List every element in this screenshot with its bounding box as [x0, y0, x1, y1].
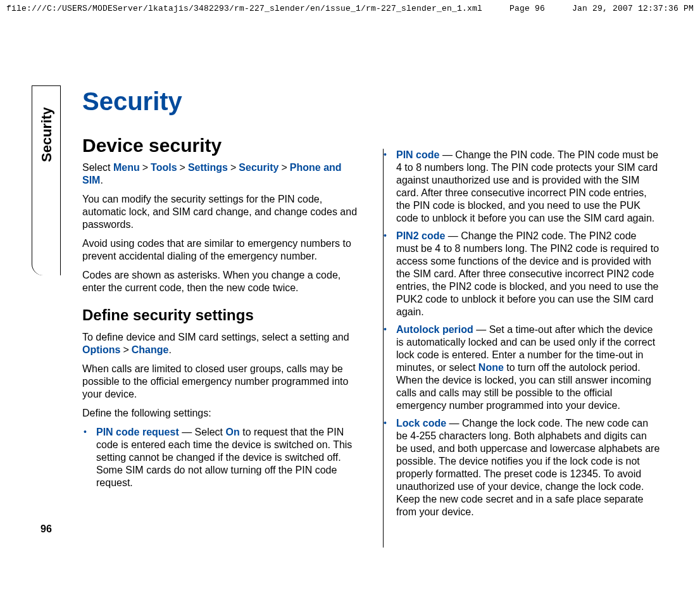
nav-settings: Settings	[188, 162, 228, 173]
list-item: • Autolock period — Set a time-out after…	[382, 323, 661, 412]
page-number: 96	[32, 523, 61, 535]
nav-security: Security	[239, 162, 278, 173]
body-text: When calls are limited to closed user gr…	[82, 363, 361, 401]
nav-menu: Menu	[113, 162, 140, 173]
body-columns: Security Device security Select Menu>Too…	[82, 85, 665, 548]
text-fragment: — Select	[179, 427, 226, 437]
column-divider	[383, 149, 384, 548]
bullet-icon: •	[384, 149, 387, 161]
term-lock-code: Lock code	[396, 418, 446, 429]
text-fragment: — Change the PIN2 code. The PIN2 code mu…	[396, 230, 659, 317]
text-fragment: To define device and SIM card settings, …	[82, 332, 349, 342]
list-item: • Lock code — Change the lock code. The …	[382, 417, 661, 518]
nav-path: Select Menu>Tools>Settings>Security>Phon…	[82, 161, 361, 187]
bullet-icon: •	[384, 324, 387, 335]
bullet-icon: •	[384, 418, 387, 429]
list-item: • PIN code — Change the PIN code. The PI…	[382, 149, 661, 225]
list-item: • PIN2 code — Change the PIN2 code. The …	[382, 230, 661, 318]
body-text: Codes are shown as asterisks. When you c…	[82, 269, 361, 294]
term-pin-code: PIN code	[396, 149, 439, 160]
list-item: • PIN code request — Select On to reques…	[82, 426, 361, 489]
column-right: • PIN code — Change the PIN code. The PI…	[382, 85, 661, 548]
page-content: Security 96 Security Device security Sel…	[32, 85, 665, 548]
body-text: To define device and SIM card settings, …	[82, 331, 361, 356]
arrow-icon: >	[228, 162, 239, 173]
nav-options: Options	[82, 344, 120, 355]
arrow-icon: >	[140, 162, 151, 173]
bullet-icon: •	[84, 427, 87, 438]
settings-list: • PIN code request — Select On to reques…	[82, 426, 361, 489]
body-text: Define the following settings:	[82, 407, 361, 420]
arrow-icon: >	[177, 162, 188, 173]
text-fragment: — Change the lock code. The new code can…	[396, 418, 659, 517]
page-title: Security	[82, 85, 361, 117]
page-indicator: Page 96	[509, 4, 545, 13]
term-autolock-period: Autolock period	[396, 324, 476, 335]
text-fragment: — Change the PIN code. The PIN code must…	[396, 149, 658, 223]
term-on: On	[226, 427, 240, 437]
page-header: file:///C:/USERS/MODEServer/lkatajis/348…	[0, 0, 700, 16]
column-left: Security Device security Select Menu>Too…	[82, 85, 361, 548]
term-none: None	[478, 362, 504, 373]
bullet-icon: •	[384, 230, 387, 242]
timestamp: Jan 29, 2007 12:37:36 PM	[572, 4, 694, 13]
side-tab: Security	[32, 85, 61, 275]
text-fragment: .	[168, 344, 171, 355]
side-tab-label: Security	[39, 107, 55, 162]
nav-tools: Tools	[151, 162, 177, 173]
file-path: file:///C:/USERS/MODEServer/lkatajis/348…	[6, 4, 482, 13]
nav-prefix: Select	[82, 162, 113, 173]
nav-change: Change	[132, 344, 169, 355]
body-text: You can modify the security settings for…	[82, 193, 361, 231]
term-pin-code-request: PIN code request	[96, 427, 179, 437]
nav-suffix: .	[100, 175, 103, 185]
arrow-icon: >	[278, 162, 289, 173]
body-text: Avoid using codes that are similar to em…	[82, 237, 361, 263]
settings-list: • PIN code — Change the PIN code. The PI…	[382, 149, 661, 518]
term-pin2-code: PIN2 code	[396, 230, 445, 241]
arrow-icon: >	[120, 344, 131, 355]
section-heading-define-security: Define security settings	[82, 306, 361, 325]
section-heading-device-security: Device security	[82, 134, 361, 158]
